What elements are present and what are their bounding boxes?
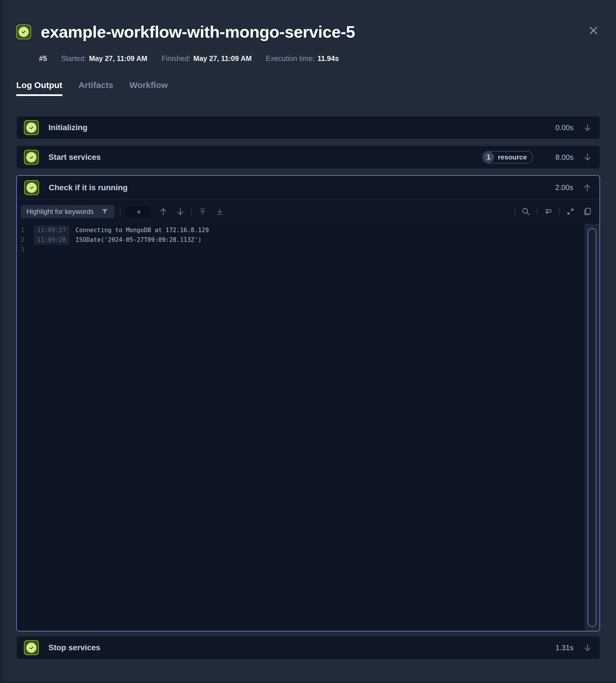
wrap-lines-icon (543, 207, 553, 217)
run-meta: #5 Started: May 27, 11:09 AM Finished: M… (16, 54, 600, 63)
success-check-icon (16, 24, 31, 39)
step-name: Start services (48, 153, 101, 162)
step-row-check-running[interactable]: Check if it is running 2.00s (17, 176, 599, 200)
tab-log-output[interactable]: Log Output (16, 80, 62, 96)
toolbar-divider (559, 208, 559, 215)
chevron-up-icon[interactable] (582, 183, 592, 192)
resource-label: resource (498, 153, 527, 161)
step-duration: 1.31s (545, 643, 574, 652)
next-match-button[interactable] (175, 206, 185, 217)
execution-time-value: 11.94s (317, 54, 339, 63)
match-counter: ø (126, 206, 151, 217)
execution-time-label: Execution time: (266, 54, 314, 63)
tab-artifacts[interactable]: Artifacts (79, 80, 113, 96)
chevron-down-icon[interactable] (583, 123, 592, 133)
finished-group: Finished: May 27, 11:09 AM (161, 54, 251, 63)
log-line: 1 11:09:27 Connecting to MongoDB at 172.… (17, 225, 599, 235)
line-timestamp: 11:09:27 (34, 225, 69, 235)
execution-time-group: Execution time: 11.94s (266, 54, 339, 63)
expand-log-button[interactable] (565, 206, 575, 217)
tab-bar: Log Output Artifacts Workflow (16, 80, 600, 96)
step-row-initializing[interactable]: Initializing 0.00s (16, 116, 600, 139)
filter-funnel-icon (101, 208, 109, 215)
highlight-keywords-label: Highlight for keywords (26, 208, 94, 215)
resource-count: 1 (483, 152, 494, 163)
toolbar-divider (191, 208, 192, 215)
log-line: 2 11:09:28 ISODate('2024-05-27T09:09:28.… (17, 235, 599, 245)
started-value: May 27, 11:09 AM (89, 54, 147, 63)
modal-header: example-workflow-with-mongo-service-5 (16, 0, 600, 41)
success-check-icon (24, 180, 39, 195)
tab-workflow[interactable]: Workflow (129, 80, 168, 96)
finished-label: Finished: (161, 54, 190, 63)
log-scrollbar[interactable] (588, 228, 596, 627)
search-icon (521, 207, 531, 217)
started-label: Started: (61, 54, 86, 63)
step-name: Stop services (48, 643, 100, 652)
log-line: 3 (17, 245, 599, 254)
line-text: ISODate('2024-05-27T09:09:28.113Z') (75, 236, 202, 243)
page-title: example-workflow-with-mongo-service-5 (41, 22, 355, 41)
copy-icon (583, 207, 592, 217)
run-number: #5 (39, 54, 47, 63)
step-duration: 0.00s (545, 123, 574, 132)
success-check-icon (24, 640, 39, 655)
step-duration: 2.00s (545, 183, 573, 192)
line-text: Connecting to MongoDB at 172.16.8.129 (75, 227, 209, 233)
scroll-to-bottom-icon (215, 207, 224, 217)
started-group: Started: May 27, 11:09 AM (61, 54, 147, 63)
step-row-start-services[interactable]: Start services 1 resource 8.00s (16, 145, 600, 169)
job-detail-modal: example-workflow-with-mongo-service-5 #5… (3, 0, 616, 681)
search-log-button[interactable] (521, 206, 531, 217)
copy-log-button[interactable] (582, 206, 593, 217)
expand-icon (566, 207, 575, 217)
log-toolbar: Highlight for keywords ø (17, 200, 599, 224)
page: { "window": { "title": "example-workflow… (0, 0, 616, 683)
check-circle-icon (19, 27, 29, 37)
success-check-icon (24, 150, 39, 165)
line-number: 3 (21, 246, 28, 253)
step-name: Check if it is running (49, 183, 128, 192)
step-panel-check-running: Check if it is running 2.00s Highlight f… (16, 175, 600, 632)
wrap-lines-button[interactable] (543, 206, 553, 217)
chevron-down-icon[interactable] (583, 643, 592, 653)
step-duration: 8.00s (545, 153, 574, 162)
toolbar-divider (537, 208, 537, 215)
close-icon (588, 25, 599, 36)
scroll-to-bottom-button[interactable] (215, 206, 225, 217)
step-name: Initializing (48, 123, 87, 132)
line-number: 1 (21, 227, 28, 233)
scroll-to-top-icon (198, 207, 207, 217)
close-button[interactable] (587, 24, 600, 37)
toolbar-divider (514, 208, 515, 215)
chevron-down-icon[interactable] (583, 152, 592, 162)
line-timestamp (34, 245, 69, 254)
line-number: 2 (21, 236, 28, 243)
line-timestamp: 11:09:28 (34, 235, 69, 245)
success-check-icon (24, 120, 39, 135)
previous-match-button[interactable] (158, 206, 169, 217)
scroll-to-top-button[interactable] (197, 206, 208, 217)
arrow-down-icon (176, 207, 185, 217)
toolbar-divider (120, 208, 120, 215)
log-output: 1 11:09:27 Connecting to MongoDB at 172.… (17, 224, 599, 631)
finished-value: May 27, 11:09 AM (194, 54, 252, 63)
arrow-up-icon (158, 207, 168, 217)
step-row-stop-services[interactable]: Stop services 1.31s (16, 636, 600, 659)
step-list: Initializing 0.00s Start services 1 reso… (16, 116, 600, 659)
resource-badge: 1 resource (482, 151, 533, 163)
highlight-keywords-button[interactable]: Highlight for keywords (21, 205, 114, 218)
